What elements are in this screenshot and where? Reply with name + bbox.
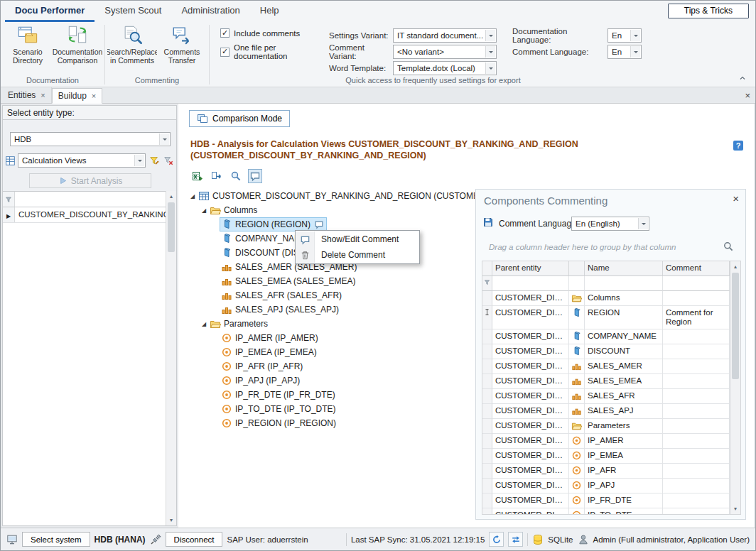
word-template-select[interactable]: Template.dotx (Local) [393, 61, 497, 75]
component-row[interactable]: CUSTOMER_DISCOUNT_BY_RANKING_AND_REGION … [482, 434, 730, 449]
clear-filter-button[interactable] [162, 154, 174, 167]
comment-cell[interactable] [663, 449, 730, 464]
collapse-ribbon-button[interactable] [735, 72, 750, 84]
component-row[interactable]: CUSTOMER_DISCOUNT_BY_RANKING_AND_REGION … [482, 464, 730, 479]
column-header-parent-entity[interactable]: Parent entity [492, 261, 569, 276]
comment-cell[interactable] [663, 389, 730, 404]
component-row[interactable]: CUSTOMER_DISCOUNT_BY_RANKING_AND_REGION … [482, 344, 730, 359]
tree-node[interactable]: IP_AFR (IP_AFR) [188, 359, 475, 373]
comment-cell[interactable] [663, 493, 730, 508]
parent-entity-cell[interactable]: CUSTOMER_DISCOUNT_BY_RANKING_AND_REGION [492, 419, 569, 434]
parent-entity-cell[interactable]: CUSTOMER_DISCOUNT_BY_RANKING_AND_REGION [492, 291, 569, 306]
comment-cell[interactable] [663, 479, 730, 493]
one-file-per-documentation-checkbox[interactable]: One file per documentation [220, 43, 329, 60]
parent-entity-cell[interactable]: CUSTOMER_DISCOUNT_BY_RANKING_AND_REGION [492, 306, 569, 329]
parent-entity-cell[interactable]: CUSTOMER_DISCOUNT_BY_RANKING_AND_REGION [492, 389, 569, 404]
transfer-sync-button[interactable] [508, 532, 523, 547]
expander-icon[interactable] [188, 193, 198, 200]
expander-icon[interactable] [199, 321, 209, 327]
disconnect-button[interactable]: Disconnect [166, 532, 223, 547]
name-cell[interactable]: IP_APJ [585, 479, 663, 493]
preview-button[interactable] [229, 169, 243, 183]
parent-entity-cell[interactable]: CUSTOMER_DISCOUNT_BY_RANKING_AND_REGION [492, 449, 569, 464]
comment-cell[interactable] [663, 344, 730, 359]
left-panel-scrollbar[interactable] [166, 191, 176, 525]
parent-entity-cell[interactable]: CUSTOMER_DISCOUNT_BY_RANKING_AND_REGION [492, 434, 569, 449]
search-button[interactable] [723, 241, 734, 252]
tab-buildup[interactable]: Buildup [52, 88, 102, 104]
column-header-comment[interactable]: Comment [663, 261, 730, 276]
menu-item-docu-performer[interactable]: Docu Performer [5, 1, 94, 22]
edit-filter-button[interactable] [148, 154, 160, 167]
tree-node[interactable]: IP_TO_DTE (IP_TO_DTE) [188, 402, 475, 416]
name-cell[interactable]: COMPANY_NAME [585, 329, 663, 344]
documentation-comparison-button[interactable]: Documentation Comparison [53, 22, 102, 76]
filter-name-cell[interactable] [585, 276, 663, 291]
name-cell[interactable]: REGION [585, 306, 663, 329]
parent-entity-cell[interactable]: CUSTOMER_DISCOUNT_BY_RANKING_AND_REGION [492, 404, 569, 419]
component-row[interactable]: CUSTOMER_DISCOUNT_BY_RANKING_AND_REGION … [482, 291, 730, 306]
scroll-up-icon[interactable] [730, 261, 740, 272]
comment-cell[interactable] [663, 508, 730, 515]
name-cell[interactable]: SALES_APJ [585, 404, 663, 419]
tree-node[interactable]: SALES_AFR (SALES_AFR) [188, 288, 475, 302]
context-menu-item-delete-comment[interactable]: Delete Comment [296, 247, 418, 263]
column-header-name[interactable]: Name [585, 261, 663, 276]
component-row[interactable]: CUSTOMER_DISCOUNT_BY_RANKING_AND_REGION … [482, 374, 730, 389]
comment-cell[interactable] [663, 404, 730, 419]
comment-cell[interactable] [663, 434, 730, 449]
filter-parent-cell[interactable] [492, 276, 569, 291]
entity-grid-row[interactable]: CUSTOMER_DISCOUNT_BY_RANKING_AND_REGION [3, 207, 166, 223]
parent-entity-cell[interactable]: CUSTOMER_DISCOUNT_BY_RANKING_AND_REGION [492, 359, 569, 374]
tree-node[interactable]: IP_EMEA (IP_EMEA) [188, 345, 475, 359]
entity-type-select[interactable]: Calculation Views [18, 153, 146, 168]
tree-node[interactable]: Columns [188, 203, 475, 217]
select-system-button[interactable]: Select system [22, 532, 90, 547]
comment-language-ribbon-select[interactable]: En [608, 45, 642, 59]
scenario-directory-button[interactable]: Scenario Directory [3, 22, 53, 76]
system-select[interactable]: HDB [10, 132, 171, 146]
comment-cell[interactable] [663, 359, 730, 374]
export-excel-button[interactable] [190, 169, 205, 183]
tab-entities[interactable]: Entities [2, 87, 52, 103]
name-cell[interactable]: IP_EMEA [585, 449, 663, 464]
scroll-down-icon[interactable] [730, 503, 740, 514]
close-tab-icon[interactable] [92, 92, 96, 99]
tips-and-tricks-button[interactable]: Tips & Tricks [668, 4, 749, 18]
close-tab-icon[interactable] [40, 92, 45, 99]
component-row[interactable]: CUSTOMER_DISCOUNT_BY_RANKING_AND_REGION … [482, 329, 730, 344]
tree-node[interactable]: IP_FR_DTE (IP_FR_DTE) [188, 388, 475, 402]
name-cell[interactable]: IP_AMER [585, 434, 663, 449]
name-cell[interactable]: IP_FR_DTE [585, 493, 663, 508]
scroll-thumb[interactable] [168, 202, 175, 252]
save-comments-button[interactable] [482, 217, 494, 228]
refresh-sync-button[interactable] [489, 532, 504, 547]
parent-entity-cell[interactable]: CUSTOMER_DISCOUNT_BY_RANKING_AND_REGION [492, 344, 569, 359]
parent-entity-cell[interactable]: CUSTOMER_DISCOUNT_BY_RANKING_AND_REGION [492, 374, 569, 389]
tree-node[interactable]: IP_APJ (IP_APJ) [188, 373, 475, 388]
component-row[interactable]: CUSTOMER_DISCOUNT_BY_RANKING_AND_REGION … [482, 419, 730, 434]
name-cell[interactable]: DISCOUNT [585, 344, 663, 359]
component-row[interactable]: CUSTOMER_DISCOUNT_BY_RANKING_AND_REGION … [482, 306, 730, 329]
tree-node[interactable]: CUSTOMER_DISCOUNT_BY_RANKING_AND_REGION … [188, 189, 475, 203]
component-row[interactable]: CUSTOMER_DISCOUNT_BY_RANKING_AND_REGION … [482, 493, 730, 508]
comments-transfer-button[interactable]: Comments Transfer [157, 22, 207, 76]
component-row[interactable]: CUSTOMER_DISCOUNT_BY_RANKING_AND_REGION … [482, 449, 730, 464]
comment-variant-select[interactable]: <No variant> [393, 45, 497, 59]
search-replace-comments-button[interactable]: Search/Replace in Comments [107, 22, 157, 76]
parent-entity-cell[interactable]: CUSTOMER_DISCOUNT_BY_RANKING_AND_REGION [492, 479, 569, 493]
parent-entity-cell[interactable]: CUSTOMER_DISCOUNT_BY_RANKING_AND_REGION [492, 508, 569, 515]
include-comments-checkbox[interactable]: Include comments [220, 28, 329, 38]
name-cell[interactable]: IP_AFR [585, 464, 663, 479]
parent-entity-cell[interactable]: CUSTOMER_DISCOUNT_BY_RANKING_AND_REGION [492, 464, 569, 479]
tree-node[interactable]: REGION (REGION) [188, 217, 475, 231]
comparison-mode-button[interactable]: Comparison Mode [189, 110, 290, 127]
filter-comment-cell[interactable] [663, 276, 730, 291]
tree-node[interactable]: IP_AMER (IP_AMER) [188, 331, 475, 345]
name-cell[interactable]: SALES_AFR [585, 389, 663, 404]
table-scrollbar[interactable] [730, 261, 741, 515]
expand-row-icon[interactable] [6, 210, 11, 220]
comment-cell[interactable] [663, 374, 730, 389]
comment-cell[interactable] [663, 291, 730, 306]
comment-language-select[interactable]: En (English) [571, 217, 649, 231]
